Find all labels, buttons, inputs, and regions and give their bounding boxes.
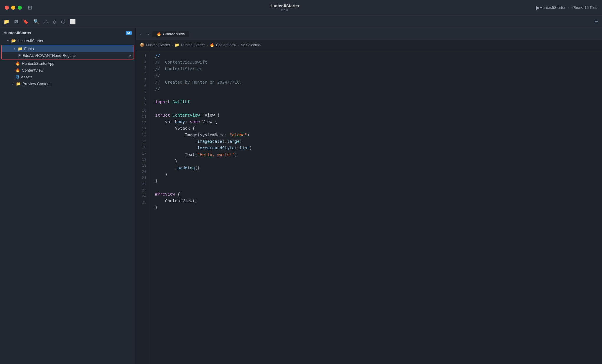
modified-badge: M xyxy=(126,31,132,35)
code-line[interactable]: // xyxy=(155,85,597,92)
sidebar-item-app[interactable]: 🔥 HunterJiStarterApp xyxy=(0,60,135,67)
minimize-button[interactable] xyxy=(11,6,15,10)
breadcrumb-item-2[interactable]: ContentView xyxy=(216,43,236,47)
disclosure-preview[interactable] xyxy=(12,82,15,85)
sidebar-header: HunterJiStarter M xyxy=(0,28,135,37)
code-line[interactable] xyxy=(155,105,597,112)
disclosure-fonts[interactable] xyxy=(14,47,17,50)
code-line[interactable]: .padding() xyxy=(155,165,597,171)
font-file-icon: F xyxy=(18,53,21,58)
maximize-button[interactable] xyxy=(18,6,22,10)
code-line[interactable]: } xyxy=(155,178,597,184)
project-folder-icon: 📂 xyxy=(11,39,16,43)
sidebar-item-fonts[interactable]: 📁 Fonts xyxy=(2,45,134,52)
code-line[interactable]: VStack { xyxy=(155,125,597,131)
tab-contentview[interactable]: 🔥 ContentView xyxy=(152,31,189,37)
code-line[interactable]: var body: some View { xyxy=(155,118,597,125)
code-line[interactable]: ContentView() xyxy=(155,198,597,204)
scheme-selector[interactable]: HunterJiStarter xyxy=(540,5,565,10)
line-number: 13 xyxy=(139,126,147,132)
app-label: HunterJiStarterApp xyxy=(22,61,55,66)
sidebar-item-assets[interactable]: 🖼 Assets xyxy=(0,74,135,80)
sidebar-item-contentview[interactable]: 🔥 ContentView xyxy=(0,67,135,74)
code-line[interactable]: // xyxy=(155,52,597,59)
breadcrumb-icon-2: 🔥 xyxy=(210,43,214,47)
line-number: 18 xyxy=(139,157,147,163)
line-number: 19 xyxy=(139,163,147,169)
line-number: 14 xyxy=(139,132,147,138)
warning-toolbar-icon[interactable]: ⚠ xyxy=(44,19,48,24)
font-file-label: EduAUVICWANTHand-Regular xyxy=(22,53,76,58)
line-number: 9 xyxy=(139,101,147,107)
sidebar-item-project[interactable]: 📂 HunterJiStarter xyxy=(0,37,135,44)
tab-forward-button[interactable]: › xyxy=(145,31,152,38)
contentview-label: ContentView xyxy=(22,68,43,72)
breadcrumb-sep-1: › xyxy=(207,43,208,47)
line-number: 3 xyxy=(139,65,147,71)
run-button[interactable]: ▶ xyxy=(536,4,540,11)
rect-toolbar-icon[interactable]: ⬜ xyxy=(70,19,76,24)
breadcrumb-sep-0: › xyxy=(172,43,173,47)
code-line[interactable] xyxy=(155,184,597,191)
editor-tabs: ‹ › 🔥 ContentView xyxy=(136,28,602,40)
toolbar: 📁 ⊠ 🔖 🔍 ⚠ ◇ ⬡ ⬜ ☰ xyxy=(0,15,602,28)
code-line[interactable]: Text("Hello, world!") xyxy=(155,151,597,158)
breadcrumb-sep-2: › xyxy=(238,43,239,47)
line-number: 7 xyxy=(139,89,147,95)
line-number: 20 xyxy=(139,169,147,175)
code-editor[interactable]: 1234567891011121314151617181920212223242… xyxy=(136,50,602,364)
bookmark-toolbar-icon[interactable]: 🔖 xyxy=(23,19,29,24)
sidebar-item-font-file[interactable]: F EduAUVICWANTHand-Regular A xyxy=(2,52,134,59)
assets-label: Assets xyxy=(21,75,32,79)
code-line[interactable]: #Preview { xyxy=(155,191,597,197)
breadcrumb-item-1[interactable]: HunterJiStarter xyxy=(181,43,205,47)
code-line[interactable]: // Created by Hunter on 2024/7/16. xyxy=(155,79,597,85)
close-button[interactable] xyxy=(5,6,9,10)
breadcrumb-item-3[interactable]: No Selection xyxy=(241,43,261,47)
contentview-swift-icon: 🔥 xyxy=(15,68,20,72)
fonts-group-outline: 📁 Fonts F EduAUVICWANTHand-Regular A xyxy=(1,45,134,59)
search-toolbar-icon[interactable]: 🔍 xyxy=(33,19,39,24)
inspector-toolbar-icon[interactable]: ☰ xyxy=(594,19,598,24)
code-line[interactable]: } xyxy=(155,171,597,178)
code-line[interactable]: // xyxy=(155,72,597,79)
titlebar: ⊞ HunterJiStarter main ▶ HunterJiStarter… xyxy=(0,0,602,15)
code-line[interactable]: struct ContentView: View { xyxy=(155,112,597,118)
xmark-toolbar-icon[interactable]: ⊠ xyxy=(14,19,18,24)
code-line[interactable]: import SwiftUI xyxy=(155,99,597,105)
code-line[interactable]: // HunterJiStarter xyxy=(155,66,597,72)
line-number: 24 xyxy=(139,193,147,199)
code-line[interactable]: // ContentView.swift xyxy=(155,59,597,65)
device-selector[interactable]: iPhone 15 Plus xyxy=(572,5,597,10)
disclosure-project[interactable] xyxy=(7,39,11,42)
line-number: 10 xyxy=(139,107,147,114)
line-number: 22 xyxy=(139,181,147,187)
code-line[interactable]: } xyxy=(155,158,597,164)
app-swift-icon: 🔥 xyxy=(15,61,20,66)
code-line[interactable] xyxy=(155,92,597,98)
line-number: 16 xyxy=(139,144,147,150)
code-line[interactable]: .foregroundStyle(.tint) xyxy=(155,145,597,151)
assets-icon: 🖼 xyxy=(15,75,19,79)
line-number: 17 xyxy=(139,150,147,157)
sidebar-toggle-icon[interactable]: ⊞ xyxy=(28,4,32,11)
tab-swift-icon: 🔥 xyxy=(157,32,161,36)
editor-area: ‹ › 🔥 ContentView 📦 HunterJiStarter › 📁 … xyxy=(136,28,602,364)
diamond-toolbar-icon[interactable]: ◇ xyxy=(53,19,56,24)
sidebar-item-preview-content[interactable]: 📁 Preview Content xyxy=(0,80,135,87)
code-content[interactable]: //// ContentView.swift// HunterJiStarter… xyxy=(150,50,602,364)
titlebar-subtitle: main xyxy=(281,8,288,12)
breadcrumb-item-0[interactable]: HunterJiStarter xyxy=(146,43,170,47)
code-line[interactable] xyxy=(155,211,597,217)
code-line[interactable]: Image(systemName: "globe") xyxy=(155,132,597,138)
preview-folder-icon: 📁 xyxy=(16,82,21,86)
fonts-folder-icon: 📁 xyxy=(18,47,22,51)
tab-back-button[interactable]: ‹ xyxy=(138,31,144,38)
code-line[interactable]: .imageScale(.large) xyxy=(155,138,597,145)
code-line[interactable]: } xyxy=(155,204,597,211)
breadcrumb-icon-0: 📦 xyxy=(140,43,144,47)
line-number: 2 xyxy=(139,59,147,65)
line-number: 21 xyxy=(139,175,147,181)
folder-toolbar-icon[interactable]: 📁 xyxy=(4,19,9,24)
breakpoint-toolbar-icon[interactable]: ⬡ xyxy=(61,19,65,24)
